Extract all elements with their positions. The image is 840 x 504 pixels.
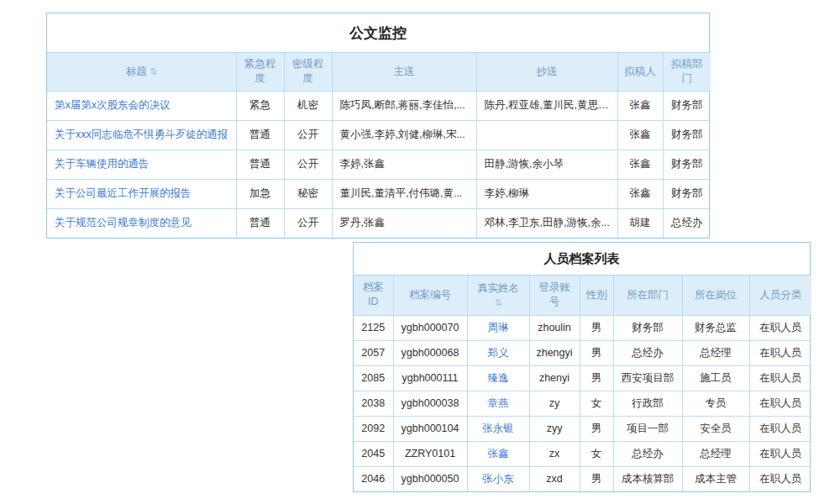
cell-copy-send: 邓林,李卫东,田静,游恢,余...	[476, 208, 617, 238]
document-monitor-title: 公文监控	[47, 13, 709, 53]
cell-category: 在职人员	[749, 416, 811, 441]
cell-category: 在职人员	[749, 391, 811, 416]
cell-category: 在职人员	[749, 441, 811, 466]
cell-gender: 男	[580, 416, 613, 441]
doc-col-title-label: 标题	[126, 66, 147, 77]
cell-real-name[interactable]: 郑义	[467, 340, 529, 365]
cell-archive-id: 2057	[354, 340, 393, 365]
cell-position: 专员	[682, 391, 749, 416]
table-row: 关于公司最近工作开展的报告加急秘密董川民,董清平,付伟璐,黄...李婷,柳琳张鑫…	[47, 179, 711, 208]
cell-urgency: 普通	[236, 208, 284, 238]
table-row: 关于xxx同志临危不惧勇斗歹徒的通报普通公开黄小强,李婷,刘健,柳琳,宋...张…	[47, 120, 711, 150]
table-row: 2038ygbh000038章燕zy女行政部专员在职人员	[354, 391, 811, 416]
cell-archive-id: 2045	[354, 441, 393, 466]
cell-login-account: zyy	[529, 416, 580, 441]
personnel-col-category: 人员分类	[749, 276, 811, 315]
cell-gender: 男	[580, 340, 613, 365]
cell-secrecy: 公开	[284, 120, 332, 150]
cell-title[interactable]: 关于公司最近工作开展的报告	[47, 179, 236, 208]
table-row: 2046ygbh000050张小东zxd男成本核算部成本主管在职人员	[354, 466, 811, 491]
personnel-col-gender: 性别	[580, 276, 613, 315]
cell-category: 在职人员	[749, 466, 811, 491]
cell-gender: 女	[580, 441, 613, 466]
doc-col-copy-send: 抄送	[476, 53, 617, 91]
cell-position: 施工员	[682, 365, 749, 391]
cell-position: 总经理	[682, 340, 749, 365]
cell-position: 总经理	[682, 441, 749, 466]
table-row: 关于车辆使用的通告普通公开李婷,张鑫田静,游恢,余小琴张鑫财务部	[47, 150, 711, 179]
cell-copy-send: 陈丹,程亚雄,董川民,黄思璐...	[476, 91, 617, 120]
cell-department: 总经办	[613, 441, 682, 466]
cell-draft-dept: 财务部	[663, 120, 711, 150]
cell-drafter: 张鑫	[617, 91, 663, 120]
cell-department: 西安项目部	[613, 365, 682, 391]
personnel-col-archive-id: 档案ID	[354, 276, 393, 315]
cell-draft-dept: 总经办	[663, 208, 711, 238]
table-row: 2125ygbh000070周琳zhoulin男财务部财务总监在职人员	[354, 315, 811, 340]
cell-archive-id: 2038	[354, 391, 393, 416]
cell-archive-no: ygbh000104	[393, 416, 467, 441]
cell-archive-id: 2085	[354, 365, 393, 391]
cell-drafter: 张鑫	[617, 120, 663, 150]
table-row: 2092ygbh000104张永银zyy男项目一部安全员在职人员	[354, 416, 811, 441]
doc-col-title[interactable]: 标题⇅	[47, 53, 236, 91]
cell-archive-no: ygbh000038	[393, 391, 467, 416]
cell-gender: 男	[580, 315, 613, 340]
cell-login-account: zxd	[529, 466, 580, 491]
doc-col-secrecy: 密级程度	[284, 53, 332, 91]
doc-col-main-send: 主送	[332, 53, 476, 91]
cell-category: 在职人员	[749, 340, 811, 365]
cell-main-send: 董川民,董清平,付伟璐,黄...	[332, 179, 476, 208]
cell-category: 在职人员	[749, 315, 811, 340]
sort-icon[interactable]: ⇅	[472, 297, 525, 309]
cell-archive-id: 2125	[354, 315, 393, 340]
cell-copy-send	[476, 120, 617, 150]
cell-real-name[interactable]: 章燕	[467, 391, 529, 416]
cell-gender: 男	[580, 365, 613, 391]
cell-main-send: 黄小强,李婷,刘健,柳琳,宋...	[332, 120, 476, 150]
cell-department: 项目一部	[613, 416, 682, 441]
cell-main-send: 李婷,张鑫	[332, 150, 476, 179]
cell-secrecy: 机密	[284, 91, 332, 120]
doc-col-drafter: 拟稿人	[617, 53, 663, 91]
document-monitor-table: 标题⇅ 紧急程度 密级程度 主送 抄送 拟稿人 拟稿部门 第x届第x次股东会的决…	[47, 53, 711, 238]
cell-category: 在职人员	[749, 365, 811, 391]
cell-archive-no: ygbh000050	[393, 466, 467, 491]
cell-title[interactable]: 关于xxx同志临危不惧勇斗歹徒的通报	[47, 120, 236, 150]
cell-login-account: zhenyi	[529, 365, 580, 391]
cell-draft-dept: 财务部	[663, 179, 711, 208]
cell-department: 财务部	[613, 315, 682, 340]
personnel-archive-panel: 人员档案列表 档案ID 档案编号 真实姓名 ⇅ 登录账号 性别 所在部门 所在岗…	[353, 242, 811, 492]
cell-real-name[interactable]: 张永银	[467, 416, 529, 441]
cell-drafter: 胡建	[617, 208, 663, 238]
cell-archive-no: ygbh000068	[393, 340, 467, 365]
cell-position: 财务总监	[682, 315, 749, 340]
cell-real-name[interactable]: 臻逸	[467, 365, 529, 391]
personnel-col-real-name[interactable]: 真实姓名 ⇅	[467, 276, 529, 315]
cell-drafter: 张鑫	[617, 150, 663, 179]
cell-title[interactable]: 关于车辆使用的通告	[47, 150, 236, 179]
document-monitor-panel: 公文监控 标题⇅ 紧急程度 密级程度 主送 抄送 拟稿人 拟稿部门 第x届第x次…	[46, 13, 710, 239]
cell-urgency: 加急	[236, 179, 284, 208]
cell-login-account: zx	[529, 441, 580, 466]
cell-login-account: zhoulin	[529, 315, 580, 340]
doc-col-draft-dept: 拟稿部门	[663, 53, 711, 91]
cell-urgency: 普通	[236, 150, 284, 179]
personnel-archive-table: 档案ID 档案编号 真实姓名 ⇅ 登录账号 性别 所在部门 所在岗位 人员分类 …	[354, 276, 811, 491]
cell-real-name[interactable]: 张小东	[467, 466, 529, 491]
sort-icon[interactable]: ⇅	[150, 66, 157, 76]
cell-title[interactable]: 关于规范公司规章制度的意见	[47, 208, 236, 238]
cell-draft-dept: 财务部	[663, 91, 711, 120]
cell-position: 安全员	[682, 416, 749, 441]
cell-copy-send: 李婷,柳琳	[476, 179, 617, 208]
cell-main-send: 陈巧凤,断郎,蒋丽,李佳怡,...	[332, 91, 476, 120]
cell-real-name[interactable]: 周琳	[467, 315, 529, 340]
cell-real-name[interactable]: 张鑫	[467, 441, 529, 466]
cell-main-send: 罗丹,张鑫	[332, 208, 476, 238]
cell-title[interactable]: 第x届第x次股东会的决议	[47, 91, 236, 120]
personnel-col-position: 所在岗位	[682, 276, 749, 315]
cell-archive-id: 2092	[354, 416, 393, 441]
cell-department: 行政部	[613, 391, 682, 416]
cell-login-account: zhengyi	[529, 340, 580, 365]
cell-archive-no: ygbh000111	[393, 365, 467, 391]
